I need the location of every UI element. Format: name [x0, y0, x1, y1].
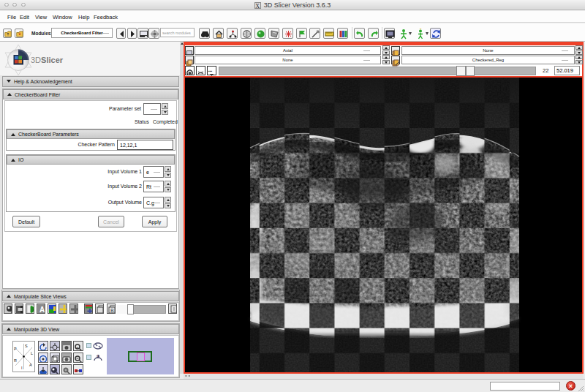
- svg-text:B: B: [110, 308, 114, 313]
- svg-text:P: P: [14, 347, 17, 351]
- svg-text:R: R: [14, 358, 17, 363]
- svg-text:L: L: [31, 351, 33, 355]
- svg-text:I: I: [21, 366, 23, 370]
- svg-text:+: +: [76, 345, 79, 350]
- svg-text:A: A: [39, 306, 45, 314]
- svg-text:8: 8: [96, 353, 98, 358]
- svg-text:3DSlicer: 3DSlicer: [31, 56, 64, 64]
- svg-text:▪▪▪: ▪▪▪: [208, 69, 213, 73]
- svg-text:A: A: [29, 363, 32, 367]
- svg-text:S: S: [25, 344, 28, 348]
